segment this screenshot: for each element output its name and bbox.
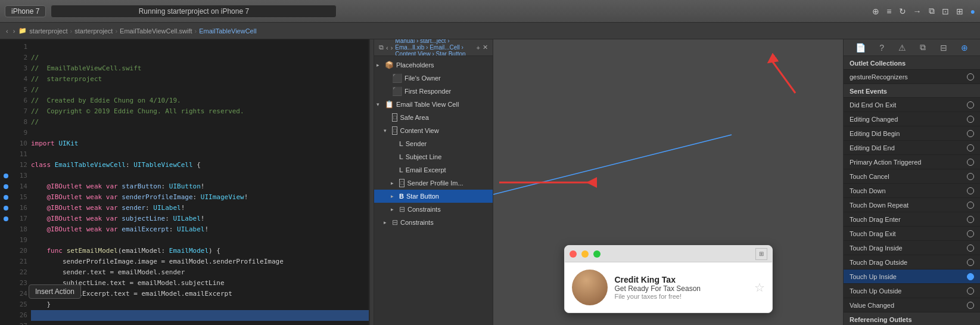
- tree-item-subjectline[interactable]: L Subject Line: [374, 150, 493, 163]
- event-circle[interactable]: [967, 116, 974, 123]
- outlet-collection-row-gestures[interactable]: gestureRecognizers: [844, 70, 980, 84]
- back-nav[interactable]: ‹: [5, 27, 10, 35]
- event-circle-connected[interactable]: [967, 273, 974, 280]
- gutter-line-1: [0, 42, 12, 52]
- gesture-circle[interactable]: [967, 73, 974, 81]
- event-row-valuechanged[interactable]: Value Changed: [844, 298, 980, 312]
- bc-item-3[interactable]: EmailTableViewCell.swift: [120, 27, 192, 35]
- event-row-editingbegin[interactable]: Editing Did Begin: [844, 126, 980, 141]
- layout1-icon[interactable]: ⧉: [929, 6, 935, 16]
- ib-back[interactable]: ⧉: [379, 44, 384, 51]
- ib-add-btn[interactable]: +: [477, 44, 480, 51]
- rp-size-icon[interactable]: ⊟: [938, 42, 950, 54]
- event-row-editingend[interactable]: Editing Did End: [844, 141, 980, 155]
- layout3-icon[interactable]: ⊞: [956, 7, 963, 16]
- event-label: Value Changed: [850, 302, 894, 309]
- event-row-touchdown[interactable]: Touch Down: [844, 184, 980, 198]
- event-circle[interactable]: [967, 130, 974, 137]
- event-row-touchupoutside[interactable]: Touch Up Outside: [844, 284, 980, 298]
- bc-item-4[interactable]: EmailTableViewCell: [199, 27, 256, 35]
- event-row-touchdownrepeat[interactable]: Touch Down Repeat: [844, 198, 980, 212]
- gutter-line-3: [0, 63, 12, 74]
- ad-min-btn[interactable]: [581, 250, 589, 258]
- event-row-touchupinside[interactable]: Touch Up Inside: [844, 270, 980, 284]
- event-row-didend[interactable]: Did End On Exit: [844, 98, 980, 112]
- forward-icon[interactable]: →: [913, 7, 922, 16]
- ad-title: Credit King Tax: [615, 275, 747, 284]
- code-editor[interactable]: 12345 678910 1112131415 1617181920 21222…: [0, 39, 369, 325]
- event-row-touchdragexit[interactable]: Touch Drag Exit: [844, 227, 980, 241]
- event-row-touchdragoutside[interactable]: Touch Drag Outside: [844, 255, 980, 270]
- gutter-line-4: [0, 74, 12, 85]
- bc-root-icon: 📁: [18, 27, 27, 35]
- forward-nav[interactable]: ›: [12, 27, 17, 35]
- event-circle[interactable]: [967, 287, 974, 295]
- tree-item-firstresponder[interactable]: ⬛ First Responder: [374, 85, 493, 98]
- event-circle[interactable]: [967, 144, 974, 151]
- contentview-icon: □: [392, 126, 397, 135]
- bc-item-1[interactable]: starterproject: [29, 27, 67, 35]
- ib-close-btn[interactable]: ✕: [483, 44, 488, 51]
- ad-resize-icon[interactable]: ⊞: [755, 248, 767, 260]
- rp-warning-icon[interactable]: ⚠: [896, 42, 909, 54]
- tree-item-filesowner[interactable]: ⬛ File's Owner: [374, 72, 493, 85]
- ad-max-btn[interactable]: [593, 250, 601, 258]
- gutter-line-27: [0, 321, 12, 325]
- event-circle[interactable]: [967, 173, 974, 180]
- tree-item-emailcell[interactable]: ▾ 📋 Email Table View Cell: [374, 98, 493, 111]
- event-circle[interactable]: [967, 216, 974, 223]
- event-row-touchcancel[interactable]: Touch Cancel: [844, 169, 980, 184]
- referencing-outlets-header: Referencing Outlets: [844, 312, 980, 325]
- event-label: Touch Drag Exit: [850, 230, 896, 237]
- event-row-touchdraginside[interactable]: Touch Drag Inside: [844, 241, 980, 255]
- insert-action-tooltip[interactable]: Insert Action: [29, 284, 81, 299]
- event-circle[interactable]: [967, 244, 974, 252]
- event-row-editingchanged[interactable]: Editing Changed: [844, 112, 980, 126]
- ad-star-icon[interactable]: ☆: [754, 280, 765, 295]
- connections-icon[interactable]: ●: [970, 7, 975, 16]
- ad-close-btn[interactable]: [570, 250, 577, 258]
- rp-connections-icon[interactable]: ⊕: [959, 42, 970, 54]
- event-circle[interactable]: [967, 159, 974, 166]
- ad-text: Credit King Tax Get Ready For Tax Season…: [615, 275, 747, 300]
- chevron-icon: ▸: [377, 62, 382, 68]
- tree-item-label: Placeholders: [396, 61, 434, 69]
- event-circle[interactable]: [967, 187, 974, 194]
- event-label: Touch Cancel: [850, 173, 889, 180]
- tree-item-constraints2[interactable]: ▸ ⊟ Constraints: [374, 216, 493, 229]
- filesowner-icon: ⬛: [392, 73, 402, 83]
- refresh-icon[interactable]: ↻: [899, 7, 906, 16]
- ib-nav-back[interactable]: ‹: [386, 44, 388, 51]
- tree-item-placeholders[interactable]: ▸ 📦 Placeholders: [374, 58, 493, 72]
- rp-file-icon[interactable]: 📄: [853, 42, 868, 54]
- tree-item-sender[interactable]: L Sender: [374, 137, 493, 150]
- layout2-icon[interactable]: ⊡: [942, 7, 949, 16]
- profile-icon[interactable]: ⊕: [872, 7, 879, 16]
- tree-item-emailexcerpt[interactable]: L Email Excerpt: [374, 163, 493, 177]
- tree-item-contentview[interactable]: ▾ □ Content View: [374, 124, 493, 137]
- ib-nav-fwd[interactable]: ›: [391, 44, 393, 51]
- tree-item-starbutton[interactable]: ▸ B Star Button: [374, 190, 493, 203]
- ad-subtitle: Get Ready For Tax Season: [615, 284, 747, 293]
- event-circle[interactable]: [967, 230, 974, 237]
- gutter-line-11: [0, 149, 12, 160]
- panel-divider[interactable]: [369, 39, 374, 325]
- imageview-icon: □: [399, 179, 405, 187]
- event-circle[interactable]: [967, 259, 974, 266]
- device-selector[interactable]: iPhone 7: [5, 5, 46, 17]
- bc-item-2[interactable]: starterproject: [74, 27, 113, 35]
- tree-item-safearea[interactable]: □ Safe Area: [374, 111, 493, 124]
- gutter-line-19: [0, 235, 12, 246]
- tree-item-constraints1[interactable]: ▸ ⊟ Constraints: [374, 203, 493, 216]
- event-row-touchdragenter[interactable]: Touch Drag Enter: [844, 212, 980, 227]
- code-content[interactable]: // // EmailTableViewCell.swift // starte…: [31, 39, 369, 325]
- top-bar: iPhone 7 Running starterproject on iPhon…: [0, 0, 980, 23]
- rp-help-icon[interactable]: ?: [877, 42, 886, 54]
- event-circle[interactable]: [967, 101, 974, 109]
- tree-item-senderprofile[interactable]: ▸ □ Sender Profile Im...: [374, 177, 493, 190]
- rp-attributes-icon[interactable]: ⧉: [917, 41, 928, 54]
- event-circle[interactable]: [967, 302, 974, 309]
- event-circle[interactable]: [967, 202, 974, 209]
- menu-icon[interactable]: ≡: [886, 7, 891, 16]
- event-row-primary[interactable]: Primary Action Triggered: [844, 155, 980, 169]
